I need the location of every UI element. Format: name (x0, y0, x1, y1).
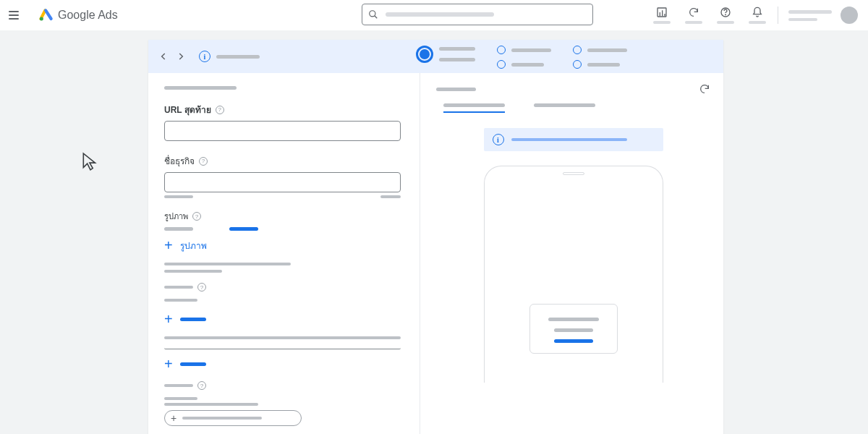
final-url-label: URL สุดท้าย (164, 103, 404, 116)
phone-preview (484, 166, 663, 383)
help-icon[interactable] (199, 157, 208, 166)
stepper-bar (148, 40, 723, 73)
main-panel: URL สุดท้าย ชื่อธุรกิจ รูปภาพ + (148, 40, 723, 434)
help-icon[interactable] (197, 381, 206, 390)
search-icon (368, 9, 378, 20)
product-logo[interactable]: Google Ads (39, 8, 118, 22)
header-actions (646, 0, 858, 30)
add-item-button-1[interactable]: + (164, 312, 404, 326)
svg-line-2 (375, 16, 378, 19)
preview-column (420, 73, 723, 434)
help-icon[interactable] (197, 283, 206, 292)
business-name-label: ชื่อธุรกิจ (164, 154, 404, 168)
svg-point-1 (370, 11, 375, 17)
preview-tab-1[interactable] (443, 103, 505, 113)
notifications-icon[interactable] (741, 0, 773, 30)
info-icon (199, 51, 210, 62)
product-name: Google Ads (58, 9, 118, 22)
svg-point-8 (726, 14, 726, 15)
preview-heading (436, 88, 476, 91)
images-label: รูปภาพ (164, 210, 404, 223)
account-info[interactable] (788, 10, 832, 21)
preview-tab-2[interactable] (534, 103, 595, 113)
cursor-icon (81, 152, 100, 172)
refresh-icon[interactable] (678, 0, 710, 30)
preview-tabs (436, 103, 710, 114)
refresh-preview-button[interactable] (699, 83, 710, 95)
ads-logo-icon (39, 8, 54, 22)
svg-point-0 (40, 17, 43, 21)
business-name-input[interactable] (164, 172, 401, 192)
step-2[interactable] (497, 46, 551, 69)
step-3[interactable] (573, 46, 627, 69)
search-input[interactable] (362, 4, 593, 25)
reports-icon[interactable] (646, 0, 678, 30)
add-images-button[interactable]: + รูปภาพ (164, 238, 404, 252)
add-item-button-2[interactable]: + (164, 357, 404, 371)
section-heading (164, 86, 237, 90)
preview-info-banner (484, 128, 663, 151)
app-header: Google Ads (0, 0, 868, 30)
form-column: URL สุดท้าย ชื่อธุรกิจ รูปภาพ + (148, 73, 420, 434)
search-placeholder (386, 12, 494, 17)
ad-preview-card (529, 304, 618, 354)
step-1[interactable] (416, 46, 475, 63)
final-url-input[interactable] (164, 121, 401, 141)
stepper-steps (416, 40, 627, 73)
help-icon[interactable] (216, 106, 224, 114)
avatar[interactable] (841, 7, 858, 24)
back-button[interactable] (158, 51, 169, 61)
forward-button[interactable] (176, 51, 186, 61)
stepper-title (216, 55, 260, 59)
divider (778, 7, 778, 24)
info-icon (493, 134, 504, 145)
help-icon[interactable] (192, 212, 201, 221)
help-icon[interactable] (710, 0, 741, 30)
pill-input[interactable]: + (164, 410, 302, 426)
menu-icon[interactable] (9, 8, 23, 22)
